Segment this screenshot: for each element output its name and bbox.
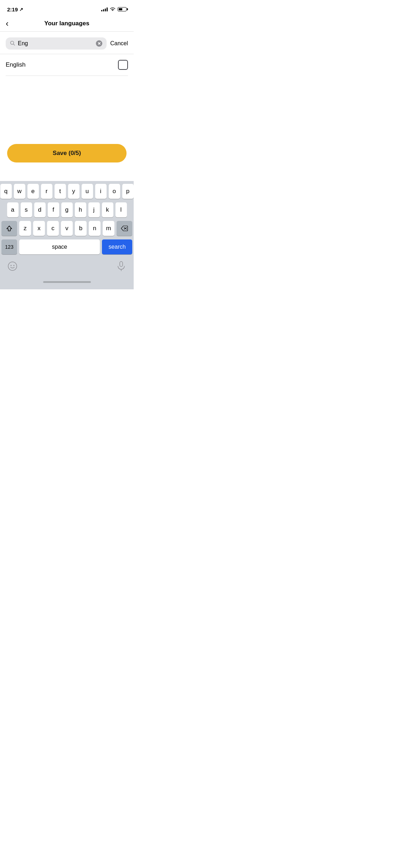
svg-point-6: [14, 265, 15, 266]
page-title: Your languages: [44, 20, 89, 27]
keyboard-row-3: z x c v b n m: [1, 221, 132, 236]
back-button[interactable]: ‹: [6, 19, 9, 28]
key-u[interactable]: u: [82, 184, 93, 199]
save-button[interactable]: Save (0/5): [7, 144, 127, 162]
key-s[interactable]: s: [21, 202, 32, 217]
status-icons: [101, 7, 127, 11]
battery-icon: [118, 7, 127, 11]
keyboard-row-1: q w e r t y u i o p: [1, 184, 132, 199]
key-v[interactable]: v: [61, 221, 73, 236]
microphone-button[interactable]: [114, 259, 128, 273]
key-e[interactable]: e: [27, 184, 39, 199]
cancel-button[interactable]: Cancel: [110, 40, 128, 47]
key-w[interactable]: w: [14, 184, 25, 199]
search-section: Eng Cancel: [0, 32, 134, 54]
key-l[interactable]: l: [115, 202, 127, 217]
save-section: Save (0/5): [0, 138, 134, 168]
space-key[interactable]: space: [19, 239, 100, 254]
wifi-icon: [110, 7, 115, 11]
svg-point-4: [8, 262, 17, 270]
key-p[interactable]: p: [122, 184, 134, 199]
clear-search-button[interactable]: [96, 40, 102, 47]
key-k[interactable]: k: [102, 202, 113, 217]
key-y[interactable]: y: [68, 184, 79, 199]
key-r[interactable]: r: [41, 184, 52, 199]
location-arrow-icon: ↗: [19, 7, 23, 12]
key-t[interactable]: t: [55, 184, 66, 199]
search-bar[interactable]: Eng: [6, 37, 107, 50]
search-input[interactable]: Eng: [18, 40, 93, 47]
key-m[interactable]: m: [103, 221, 114, 236]
search-key[interactable]: search: [102, 239, 132, 254]
status-bar: 2:19 ↗: [0, 0, 134, 16]
key-n[interactable]: n: [89, 221, 101, 236]
key-h[interactable]: h: [75, 202, 86, 217]
emoji-button[interactable]: [6, 259, 19, 273]
key-g[interactable]: g: [61, 202, 73, 217]
key-i[interactable]: i: [95, 184, 107, 199]
key-j[interactable]: j: [88, 202, 100, 217]
key-b[interactable]: b: [75, 221, 87, 236]
key-a[interactable]: a: [7, 202, 19, 217]
key-f[interactable]: f: [48, 202, 59, 217]
key-d[interactable]: d: [34, 202, 46, 217]
key-o[interactable]: o: [109, 184, 120, 199]
keyboard-row-2: a s d f g h j k l: [1, 202, 132, 217]
home-indicator: [1, 276, 132, 288]
nav-bar: ‹ Your languages: [0, 16, 134, 31]
language-item-english[interactable]: English: [0, 54, 134, 76]
key-z[interactable]: z: [19, 221, 31, 236]
home-bar: [43, 281, 91, 283]
svg-rect-7: [120, 262, 123, 267]
status-time: 2:19 ↗: [7, 6, 23, 12]
time-display: 2:19: [7, 6, 18, 12]
key-c[interactable]: c: [47, 221, 59, 236]
keyboard: q w e r t y u i o p a s d f g h j k l z …: [0, 181, 134, 289]
svg-point-5: [11, 265, 12, 266]
key-q[interactable]: q: [0, 184, 12, 199]
numbers-key[interactable]: 123: [1, 239, 17, 254]
language-name: English: [6, 61, 26, 68]
search-icon: [10, 41, 15, 47]
svg-line-1: [14, 44, 15, 45]
list-divider: [6, 76, 128, 76]
keyboard-bottom-row: [1, 258, 132, 276]
keyboard-row-4: 123 space search: [1, 239, 132, 254]
language-checkbox[interactable]: [118, 60, 128, 70]
backspace-key[interactable]: [117, 221, 132, 236]
shift-key[interactable]: [1, 221, 17, 236]
signal-strength-icon: [101, 7, 108, 11]
key-x[interactable]: x: [33, 221, 45, 236]
